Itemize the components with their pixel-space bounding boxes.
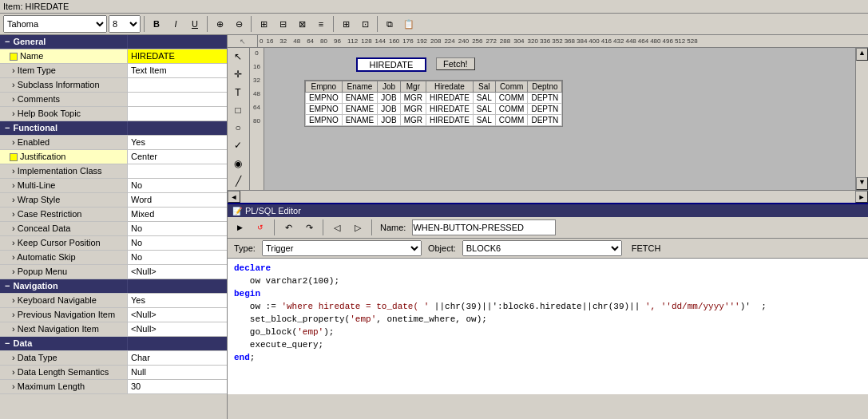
prop-data-type-row[interactable]: › Data Type Char bbox=[0, 351, 227, 366]
prop-comments-row[interactable]: › Comments bbox=[0, 93, 227, 107]
type-select[interactable]: Trigger bbox=[262, 240, 422, 256]
prop-data-length-row[interactable]: › Data Length Semantics Null bbox=[0, 366, 227, 380]
prop-popup-row[interactable]: › Popup Menu <Null> bbox=[0, 265, 227, 279]
bold-button[interactable]: B bbox=[148, 15, 165, 33]
prop-comments-value bbox=[128, 93, 227, 106]
zoom-out-button[interactable]: ⊖ bbox=[230, 15, 248, 33]
fetch-button[interactable]: Fetch! bbox=[436, 57, 475, 70]
col-deptno: Deptno bbox=[528, 81, 562, 93]
section-navigation: −Navigation bbox=[0, 279, 227, 294]
hiredate-field[interactable]: HIREDATE bbox=[356, 57, 426, 72]
ruler-horizontal: ↖ 0 16 32 48 64 80 96 112 128 144 160 bbox=[228, 35, 868, 48]
prop-enabled-row[interactable]: › Enabled Yes bbox=[0, 136, 227, 150]
prop-help-label: › Help Book Topic bbox=[0, 107, 128, 121]
prop-justification-row[interactable]: Justification Center bbox=[0, 150, 227, 164]
line-tool[interactable]: ╱ bbox=[228, 172, 248, 190]
prop-enabled-value: Yes bbox=[128, 136, 227, 149]
italic-button[interactable]: I bbox=[167, 15, 184, 33]
prop-name-row[interactable]: Name HIREDATE bbox=[0, 49, 227, 64]
table-row: EMPNO ENAME JOB MGR HIREDATE SAL COMM DE… bbox=[306, 104, 562, 115]
plsql-editor: 📝 PL/SQL Editor ▶ ↺ ↶ ↷ ◁ ▷ Name: bbox=[228, 203, 868, 419]
format-btn1[interactable]: ⊞ bbox=[337, 15, 355, 33]
main-toolbar: Tahoma 8 B I U ⊕ ⊖ ⊞ ⊟ ⊠ ≡ ⊞ ⊡ ⧉ 📋 bbox=[0, 14, 868, 35]
compile-button[interactable]: ▶ bbox=[231, 219, 248, 236]
prop-max-length-label: › Maximum Length bbox=[0, 380, 128, 393]
revert-button[interactable]: ↺ bbox=[252, 219, 269, 236]
canvas-design-area[interactable]: HIREDATE Fetch! Empno Ename bbox=[264, 48, 855, 190]
indent-left-button[interactable]: ◁ bbox=[328, 219, 346, 236]
prop-keyboard-nav-row[interactable]: › Keyboard Navigable Yes bbox=[0, 294, 227, 308]
prop-wrap-label: › Wrap Style bbox=[0, 193, 128, 207]
canvas-wrapper: ↖ 0 16 32 48 64 80 96 112 128 144 160 bbox=[228, 35, 868, 203]
prop-keep-cursor-row[interactable]: › Keep Cursor Position No bbox=[0, 236, 227, 251]
ruler-vertical: 0 16 32 48 64 80 bbox=[250, 48, 264, 190]
scroll-left-btn[interactable]: ◄ bbox=[228, 191, 240, 203]
scroll-down-btn[interactable]: ▼ bbox=[856, 177, 868, 190]
redo-button[interactable]: ↷ bbox=[300, 219, 318, 236]
code-line-6: go_block('emp'); bbox=[234, 326, 862, 338]
object-select[interactable]: BLOCK6 bbox=[462, 240, 622, 256]
text-tool[interactable]: T bbox=[228, 84, 248, 101]
radio-tool[interactable]: ◉ bbox=[228, 155, 248, 172]
scroll-up-btn[interactable]: ▲ bbox=[856, 48, 868, 61]
zoom-in-button[interactable]: ⊕ bbox=[211, 15, 228, 33]
prop-keep-cursor-label: › Keep Cursor Position bbox=[0, 236, 128, 250]
prop-item-type-row[interactable]: › Item Type Text Item bbox=[0, 64, 227, 78]
prop-name-value: HIREDATE bbox=[128, 49, 227, 63]
object-extra: FETCH bbox=[628, 243, 664, 253]
vertical-scrollbar[interactable]: ▲ ▼ bbox=[855, 48, 868, 190]
scroll-track bbox=[856, 61, 868, 177]
drawing-toolbar: ↖ ✛ T □ ○ ✓ ◉ ╱ bbox=[228, 48, 250, 190]
align-center-button[interactable]: ⊟ bbox=[274, 15, 291, 33]
prop-max-length-row[interactable]: › Maximum Length 30 bbox=[0, 380, 227, 394]
align-left-button[interactable]: ⊞ bbox=[255, 15, 272, 33]
copy-button[interactable]: ⧉ bbox=[381, 15, 398, 33]
prop-wrap-row[interactable]: › Wrap Style Word bbox=[0, 193, 227, 208]
prop-auto-skip-row[interactable]: › Automatic Skip No bbox=[0, 251, 227, 265]
prop-impl-class-row[interactable]: › Implementation Class bbox=[0, 164, 227, 179]
check-tool[interactable]: ✓ bbox=[228, 136, 248, 154]
font-select[interactable]: Tahoma bbox=[3, 15, 107, 33]
prop-case-row[interactable]: › Case Restriction Mixed bbox=[0, 208, 227, 222]
paste-button[interactable]: 📋 bbox=[400, 15, 418, 33]
prop-subclass-row[interactable]: › Subclass Information bbox=[0, 78, 227, 93]
font-size-select[interactable]: 8 bbox=[109, 15, 141, 33]
align-justify-button[interactable]: ≡ bbox=[312, 15, 330, 33]
col-ename: Ename bbox=[342, 81, 378, 93]
horizontal-scrollbar[interactable]: ◄ ► bbox=[228, 190, 868, 203]
underline-button[interactable]: U bbox=[186, 15, 204, 33]
prop-help-row[interactable]: › Help Book Topic bbox=[0, 107, 227, 121]
prop-next-nav-row[interactable]: › Next Navigation Item <Null> bbox=[0, 322, 227, 337]
plsql-title-icon: 📝 bbox=[232, 207, 242, 215]
crosshair-tool[interactable]: ✛ bbox=[228, 65, 248, 83]
indent-right-button[interactable]: ▷ bbox=[349, 219, 367, 236]
prop-name-label: Name bbox=[0, 49, 128, 63]
prop-subclass-value bbox=[128, 78, 227, 92]
rect-tool[interactable]: □ bbox=[228, 101, 248, 119]
prop-data-type-value: Char bbox=[128, 351, 227, 365]
ellipse-tool[interactable]: ○ bbox=[228, 119, 248, 136]
select-tool[interactable]: ↖ bbox=[228, 48, 248, 65]
right-panel: ↖ 0 16 32 48 64 80 96 112 128 144 160 bbox=[228, 35, 868, 419]
prop-multi-line-row[interactable]: › Multi-Line No bbox=[0, 179, 227, 193]
prop-conceal-row[interactable]: › Conceal Data No bbox=[0, 222, 227, 236]
code-editor[interactable]: declare ow varchar2(100); begin ow := 'w… bbox=[228, 259, 868, 394]
scroll-right-btn[interactable]: ► bbox=[855, 191, 868, 203]
align-right-button[interactable]: ⊠ bbox=[293, 15, 311, 33]
code-line-4: ow := 'where hiredate = to_date( ' ||chr… bbox=[234, 300, 862, 313]
undo-button[interactable]: ↶ bbox=[279, 219, 297, 236]
prop-popup-value: <Null> bbox=[128, 265, 227, 279]
prop-data-length-label: › Data Length Semantics bbox=[0, 366, 128, 379]
content-area: −General Name HIREDATE › Item Type Text … bbox=[0, 35, 868, 419]
type-label: Type: bbox=[231, 243, 259, 253]
prop-help-value bbox=[128, 107, 227, 121]
prop-justification-value: Center bbox=[128, 150, 227, 164]
prop-prev-nav-row[interactable]: › Previous Navigation Item <Null> bbox=[0, 308, 227, 322]
plsql-toolbar: ▶ ↺ ↶ ↷ ◁ ▷ Name: bbox=[228, 217, 868, 239]
format-btn2[interactable]: ⊡ bbox=[356, 15, 374, 33]
plsql-sep3 bbox=[371, 219, 372, 235]
prop-next-nav-value: <Null> bbox=[128, 322, 227, 336]
prop-enabled-label: › Enabled bbox=[0, 136, 128, 149]
trigger-name-input[interactable] bbox=[412, 219, 556, 235]
prop-wrap-value: Word bbox=[128, 193, 227, 207]
